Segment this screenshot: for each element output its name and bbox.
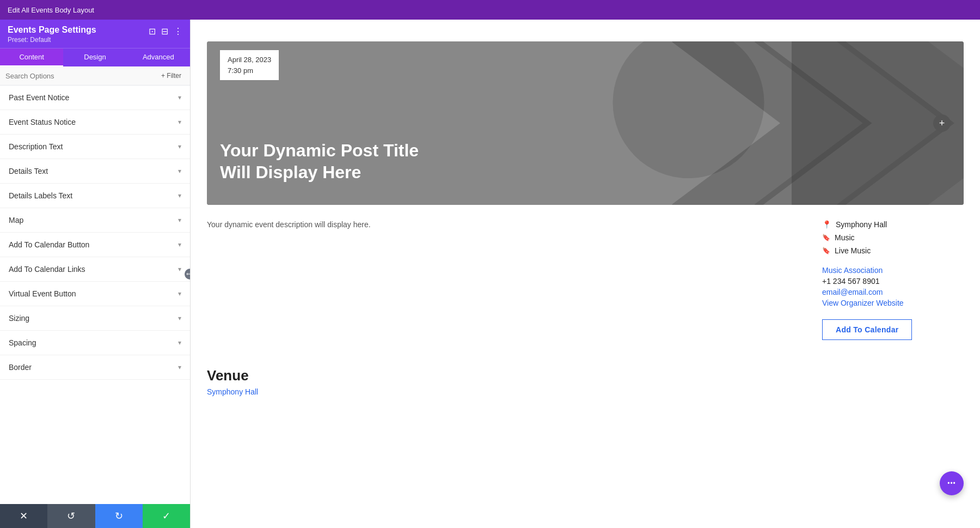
event-sidebar-info: 📍 Symphony Hall 🔖 Music 🔖 Live Music Mus… bbox=[822, 220, 964, 340]
organizer-name-link[interactable]: Music Association bbox=[822, 266, 964, 275]
filter-label: + Filter bbox=[161, 72, 181, 80]
category-music-text: Music bbox=[835, 233, 855, 242]
chevron-down-icon: ▾ bbox=[178, 290, 181, 298]
fab-icon: ••• bbox=[947, 480, 956, 487]
event-body: Your dynamic event description will disp… bbox=[207, 220, 964, 340]
sidebar-item-label: Virtual Event Button bbox=[9, 289, 76, 298]
venue-name-text: Symphony Hall bbox=[836, 220, 887, 229]
tab-design[interactable]: Design bbox=[63, 48, 126, 66]
sidebar-item-label: Past Event Notice bbox=[9, 93, 69, 102]
search-input[interactable] bbox=[5, 72, 158, 80]
chevron-down-icon: ▾ bbox=[178, 241, 181, 248]
category-live-music-text: Live Music bbox=[835, 246, 871, 255]
sidebar-item-label: Spacing bbox=[9, 338, 36, 347]
sidebar-item-past-event-notice[interactable]: Past Event Notice ▾ bbox=[0, 86, 190, 110]
preview-area: April 28, 2023 7:30 pm Your Dynamic Post… bbox=[191, 20, 980, 528]
organizer-section: Music Association +1 234 567 8901 email@… bbox=[822, 266, 964, 307]
tab-content[interactable]: Content bbox=[0, 48, 63, 66]
sidebar-header-icons: ⊡ ⊟ ⋮ bbox=[149, 26, 182, 37]
sidebar-item-label: Description Text bbox=[9, 142, 63, 151]
top-bar-title: Edit All Events Body Layout bbox=[8, 6, 94, 14]
hero-date-box: April 28, 2023 7:30 pm bbox=[220, 50, 279, 80]
chevron-down-icon: ▾ bbox=[178, 192, 181, 199]
organizer-website-link[interactable]: View Organizer Website bbox=[822, 299, 964, 307]
main-area: Events Page Settings Preset: Default ⊡ ⊟… bbox=[0, 20, 980, 528]
organizer-phone: +1 234 567 8901 bbox=[822, 277, 964, 286]
save-button[interactable]: ✓ bbox=[143, 504, 190, 528]
venue-section: Venue Symphony Hall bbox=[207, 367, 964, 396]
undo-button[interactable]: ↺ bbox=[47, 504, 95, 528]
sidebar-item-description-text[interactable]: Description Text ▾ bbox=[0, 135, 190, 159]
expand-icon[interactable]: ⊡ bbox=[149, 26, 156, 37]
search-bar: + Filter bbox=[0, 66, 190, 86]
sidebar-item-add-to-calendar-links[interactable]: Add To Calendar Links ▾ bbox=[0, 257, 190, 282]
chevron-down-icon: ▾ bbox=[178, 339, 181, 347]
sidebar-header: Events Page Settings Preset: Default ⊡ ⊟… bbox=[0, 20, 190, 48]
location-icon: 📍 bbox=[822, 220, 831, 229]
hero-time: 7:30 pm bbox=[228, 65, 271, 76]
category-music-item: 🔖 Music bbox=[822, 233, 964, 242]
sidebar-item-details-text[interactable]: Details Text ▾ bbox=[0, 159, 190, 184]
sidebar-item-label: Event Status Notice bbox=[9, 118, 76, 126]
add-to-calendar-button[interactable]: Add To Calendar bbox=[822, 319, 912, 340]
organizer-email-link[interactable]: email@email.com bbox=[822, 288, 964, 296]
hero-add-button[interactable]: + bbox=[933, 114, 951, 132]
tab-advanced[interactable]: Advanced bbox=[127, 48, 190, 66]
chevron-down-icon: ▾ bbox=[178, 143, 181, 150]
sidebar-item-label: Add To Calendar Links bbox=[9, 265, 85, 274]
plus-icon: + bbox=[939, 118, 945, 129]
cancel-icon: ✕ bbox=[20, 510, 28, 522]
category-live-music-item: 🔖 Live Music bbox=[822, 246, 964, 255]
top-bar: Edit All Events Body Layout bbox=[0, 0, 980, 20]
tag-icon: 🔖 bbox=[822, 247, 830, 254]
chevron-down-icon: ▾ bbox=[178, 167, 181, 175]
sidebar-item-add-to-calendar-button[interactable]: Add To Calendar Button ▾ bbox=[0, 233, 190, 257]
sidebar-item-label: Details Text bbox=[9, 167, 48, 175]
filter-button[interactable]: + Filter bbox=[158, 71, 185, 81]
more-icon[interactable]: ⋮ bbox=[174, 26, 182, 37]
sidebar-item-sizing[interactable]: Sizing ▾ bbox=[0, 306, 190, 331]
hero-date: April 28, 2023 bbox=[228, 54, 271, 65]
chevron-down-icon: ▾ bbox=[178, 118, 181, 126]
sidebar-item-virtual-event-button[interactable]: Virtual Event Button ▾ bbox=[0, 282, 190, 306]
redo-icon: ↻ bbox=[115, 510, 123, 522]
sidebar-item-label: Border bbox=[9, 363, 32, 372]
chevron-down-icon: ▾ bbox=[178, 265, 181, 273]
event-description-text: Your dynamic event description will disp… bbox=[207, 220, 789, 229]
hero-title: Your Dynamic Post Title Will Display Her… bbox=[220, 139, 438, 183]
event-hero: April 28, 2023 7:30 pm Your Dynamic Post… bbox=[207, 41, 964, 205]
cancel-button[interactable]: ✕ bbox=[0, 504, 47, 528]
event-description: Your dynamic event description will disp… bbox=[207, 220, 789, 340]
venue-section-title: Venue bbox=[207, 367, 964, 384]
sidebar: Events Page Settings Preset: Default ⊡ ⊟… bbox=[0, 20, 191, 528]
redo-button[interactable]: ↻ bbox=[95, 504, 143, 528]
undo-icon: ↺ bbox=[67, 510, 75, 522]
sidebar-item-label: Add To Calendar Button bbox=[9, 240, 89, 249]
chevron-down-icon: ▾ bbox=[178, 314, 181, 322]
sidebar-preset[interactable]: Preset: Default bbox=[8, 36, 182, 44]
sidebar-item-event-status-notice[interactable]: Event Status Notice ▾ bbox=[0, 110, 190, 135]
sidebar-item-details-labels-text[interactable]: Details Labels Text ▾ bbox=[0, 184, 190, 208]
sidebar-item-label: Map bbox=[9, 216, 23, 224]
chevron-down-icon: ▾ bbox=[178, 94, 181, 101]
venue-info-item: 📍 Symphony Hall bbox=[822, 220, 964, 229]
chevron-down-icon: ▾ bbox=[178, 216, 181, 224]
sidebar-item-map[interactable]: Map ▾ bbox=[0, 208, 190, 233]
tag-icon: 🔖 bbox=[822, 234, 830, 241]
fab-button[interactable]: ••• bbox=[940, 471, 964, 495]
sidebar-item-label: Details Labels Text bbox=[9, 191, 72, 200]
sidebar-list: Past Event Notice ▾ Event Status Notice … bbox=[0, 86, 190, 504]
sidebar-item-spacing[interactable]: Spacing ▾ bbox=[0, 331, 190, 355]
columns-icon[interactable]: ⊟ bbox=[161, 26, 168, 37]
bottom-bar: ✕ ↺ ↻ ✓ bbox=[0, 504, 190, 528]
sidebar-item-label: Sizing bbox=[9, 314, 29, 323]
sidebar-tabs: Content Design Advanced bbox=[0, 48, 190, 66]
sidebar-item-border[interactable]: Border ▾ bbox=[0, 355, 190, 380]
save-icon: ✓ bbox=[162, 510, 170, 522]
chevron-down-icon: ▾ bbox=[178, 363, 181, 371]
venue-section-name: Symphony Hall bbox=[207, 387, 964, 396]
